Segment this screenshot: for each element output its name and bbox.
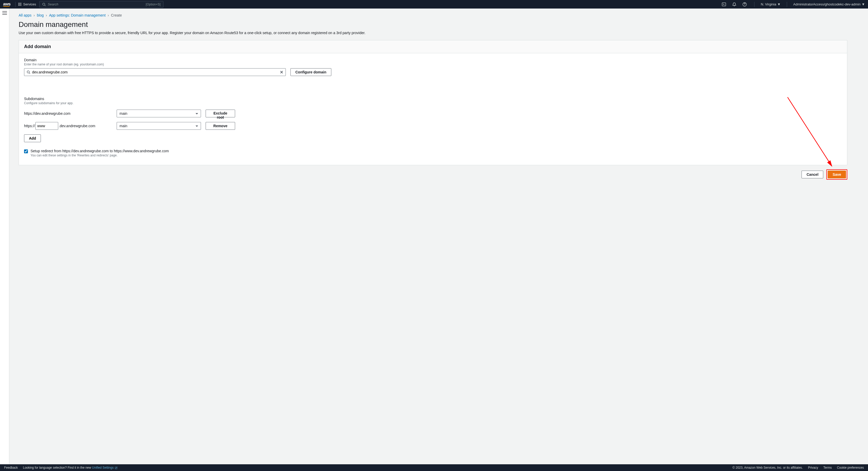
clear-icon[interactable]: ✕ bbox=[280, 70, 283, 75]
svg-rect-1 bbox=[20, 3, 20, 3]
cancel-button[interactable]: Cancel bbox=[802, 171, 823, 178]
services-menu[interactable]: Services bbox=[18, 2, 36, 6]
subdomains-label: Subdomains bbox=[24, 97, 842, 101]
svg-point-16 bbox=[27, 71, 30, 73]
domain-input[interactable] bbox=[24, 68, 286, 76]
svg-line-10 bbox=[44, 5, 45, 6]
side-rail bbox=[0, 8, 9, 185]
svg-rect-5 bbox=[21, 4, 21, 5]
breadcrumb-all-apps[interactable]: All apps bbox=[19, 13, 32, 17]
branch-select-www[interactable]: main bbox=[117, 122, 201, 130]
aws-logo[interactable]: aws bbox=[3, 2, 10, 7]
svg-line-17 bbox=[29, 73, 30, 74]
breadcrumb-current: Create bbox=[111, 13, 122, 17]
save-button-highlight: Save bbox=[826, 169, 847, 180]
svg-rect-6 bbox=[18, 5, 19, 6]
breadcrumb-domain-mgmt[interactable]: App settings: Domain management bbox=[49, 13, 106, 17]
top-nav: aws Services [Option+S] N. Virginia ▼ Ad… bbox=[0, 0, 868, 8]
exclude-root-button[interactable]: Exclude root bbox=[206, 110, 235, 117]
svg-rect-4 bbox=[20, 4, 20, 5]
remove-button[interactable]: Remove bbox=[206, 122, 235, 130]
url-suffix: .dev.andrewgrube.com bbox=[59, 124, 95, 128]
cloudshell-icon[interactable] bbox=[720, 1, 727, 8]
search-icon bbox=[42, 3, 46, 6]
account-label: AdministratorAccess/ghostcodekc-dev-admi… bbox=[793, 2, 861, 6]
chevron-right-icon: › bbox=[34, 13, 35, 17]
svg-rect-0 bbox=[18, 3, 19, 3]
root-url-display: https://dev.andrewgrube.com bbox=[24, 111, 112, 115]
svg-rect-7 bbox=[20, 5, 20, 6]
page-title: Domain management bbox=[19, 21, 847, 29]
add-subdomain-button[interactable]: Add bbox=[24, 134, 41, 142]
subdomains-hint: Configure subdomains for your app. bbox=[24, 101, 842, 105]
branch-select-root[interactable]: main bbox=[117, 110, 201, 117]
subdomain-input[interactable] bbox=[35, 122, 58, 130]
save-button[interactable]: Save bbox=[828, 171, 846, 178]
help-icon[interactable] bbox=[741, 1, 748, 8]
account-selector[interactable]: AdministratorAccess/ghostcodekc-dev-admi… bbox=[793, 2, 865, 6]
card-title: Add domain bbox=[24, 44, 842, 49]
domain-hint: Enter the name of your root domain (eg. … bbox=[24, 63, 842, 66]
configure-domain-button[interactable]: Configure domain bbox=[290, 68, 331, 76]
services-label: Services bbox=[23, 2, 36, 6]
page-description: Use your own custom domain with free HTT… bbox=[19, 31, 847, 35]
notifications-icon[interactable] bbox=[731, 1, 738, 8]
domain-label: Domain bbox=[24, 58, 842, 62]
chevron-right-icon: › bbox=[46, 13, 47, 17]
region-label: N. Virginia bbox=[761, 2, 776, 6]
main-content: All apps › blog › App settings: Domain m… bbox=[9, 8, 868, 185]
redirect-label: Setup redirect from https://dev.andrewgr… bbox=[31, 149, 169, 153]
svg-point-9 bbox=[42, 3, 45, 5]
url-prefix: https:// bbox=[24, 124, 35, 128]
chevron-right-icon: › bbox=[107, 13, 109, 17]
subdomain-row-www: https:// .dev.andrewgrube.com main Remov… bbox=[24, 122, 842, 130]
region-selector[interactable]: N. Virginia ▼ bbox=[761, 2, 781, 6]
grid-icon bbox=[18, 3, 22, 6]
search-icon bbox=[27, 70, 30, 74]
search-input[interactable] bbox=[48, 2, 146, 6]
aws-logo-text: aws bbox=[3, 2, 10, 6]
redirect-checkbox[interactable] bbox=[24, 149, 28, 153]
branch-value: main bbox=[120, 124, 127, 128]
redirect-hint: You can edit these settings in the 'Rewr… bbox=[31, 154, 169, 157]
branch-value: main bbox=[120, 111, 127, 115]
caret-down-icon: ▼ bbox=[862, 2, 865, 6]
breadcrumb: All apps › blog › App settings: Domain m… bbox=[19, 13, 847, 17]
search-shortcut: [Option+S] bbox=[146, 3, 161, 6]
svg-rect-3 bbox=[18, 4, 19, 5]
svg-rect-2 bbox=[21, 3, 21, 3]
nav-search[interactable]: [Option+S] bbox=[39, 1, 163, 8]
card-header: Add domain bbox=[19, 40, 847, 53]
svg-rect-8 bbox=[21, 5, 21, 6]
breadcrumb-blog[interactable]: blog bbox=[37, 13, 43, 17]
sidebar-toggle[interactable] bbox=[2, 11, 7, 15]
add-domain-card: Add domain Domain Enter the name of your… bbox=[19, 40, 847, 165]
subdomain-row-root: https://dev.andrewgrube.com main Exclude… bbox=[24, 110, 842, 117]
caret-down-icon: ▼ bbox=[777, 2, 781, 6]
